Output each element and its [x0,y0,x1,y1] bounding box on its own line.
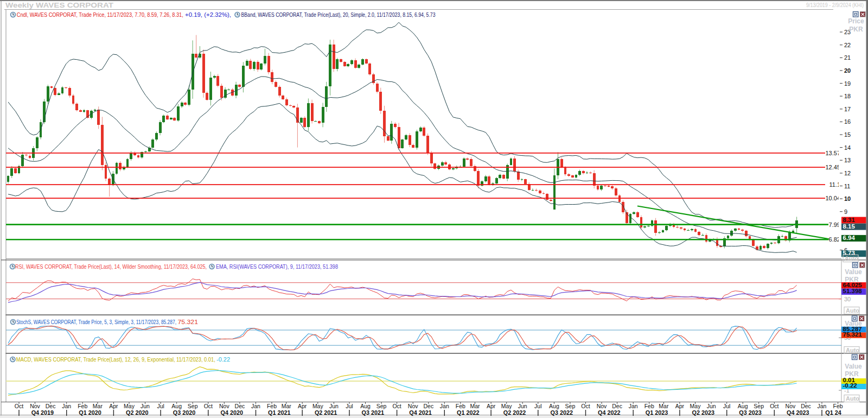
svg-text:18: 18 [844,93,851,99]
svg-text:Auto: Auto [845,255,858,262]
svg-text:14: 14 [844,144,851,151]
svg-text:Value: Value [845,363,862,370]
svg-text:9/13/2019 - 2/9/2024 (KHI): 9/13/2019 - 2/9/2024 (KHI) [806,2,864,8]
svg-text:Q1 2022: Q1 2022 [457,409,479,416]
svg-text:16: 16 [844,118,851,125]
svg-text:Auto: Auto [846,395,859,402]
svg-text:12.45: 12.45 [825,164,840,170]
svg-text:7.99: 7.99 [829,221,840,228]
svg-text:Cndl, WAVES CORPORAT, Trade Pr: Cndl, WAVES CORPORAT, Trade Price, 11/17… [17,11,183,18]
svg-text:RSI, WAVES CORPORAT, Trade Pri: RSI, WAVES CORPORAT, Trade Price(Last), … [15,263,207,270]
svg-text:BBand, WAVES CORPORAT, Trade P: BBand, WAVES CORPORAT, Trade Price(Last)… [241,11,436,18]
svg-text:75.321: 75.321 [178,319,199,325]
svg-text:11.1: 11.1 [829,181,840,188]
svg-text:30: 30 [844,296,851,302]
svg-text:Q2 2023: Q2 2023 [692,409,714,416]
svg-text:9: 9 [844,208,847,215]
svg-text:8.31: 8.31 [843,217,856,223]
svg-text:PKR: PKR [845,276,859,283]
svg-text:StochS, WAVES CORPORAT, Trade: StochS, WAVES CORPORAT, Trade Price, 5, … [16,319,176,325]
svg-text:Q4 2022: Q4 2022 [598,409,620,416]
svg-text:Q2 2020: Q2 2020 [126,409,148,416]
svg-text:Q1 2023: Q1 2023 [646,409,668,416]
svg-text:-0.22: -0.22 [843,382,857,389]
svg-text:Q4 2021: Q4 2021 [409,409,431,416]
svg-text:20: 20 [844,67,851,74]
svg-text:-0.22: -0.22 [216,356,230,363]
svg-text:51.398: 51.398 [843,288,863,294]
svg-text:19: 19 [844,80,851,87]
svg-text:Q4 2019: Q4 2019 [31,409,54,416]
svg-text:Q3 2020: Q3 2020 [173,409,195,416]
svg-text:MACD, WAVES CORPORAT, Trade Pr: MACD, WAVES CORPORAT, Trade Price(Last),… [16,356,215,363]
svg-text:13.57: 13.57 [825,150,840,156]
svg-text:Q2 2022: Q2 2022 [503,409,526,416]
svg-text:Q4 2023: Q4 2023 [787,409,809,416]
svg-text:PKR: PKR [845,370,859,378]
svg-text:12: 12 [844,170,851,176]
svg-text:6.82: 6.82 [829,236,840,243]
svg-text:+0.19, (+2.32%),: +0.19, (+2.32%), [185,11,231,18]
svg-text:Value: Value [845,268,862,276]
svg-text:Weekly WAVES CORPORAT: Weekly WAVES CORPORAT [5,1,113,9]
svg-text:Q1 24: Q1 24 [825,409,841,416]
svg-text:75.321: 75.321 [843,331,863,338]
svg-text:Auto: Auto [846,347,859,353]
svg-text:21: 21 [844,54,851,61]
svg-text:EMA, RSI(WAVES CORPORAT), 9,: EMA, RSI(WAVES CORPORAT), 9, 11/17/2023,… [216,263,338,270]
svg-text:22: 22 [844,42,851,48]
svg-text:Q1 2020: Q1 2020 [79,409,101,416]
svg-text:Auto: Auto [846,307,859,314]
svg-text:Q2 2021: Q2 2021 [315,409,337,416]
svg-text:8.15: 8.15 [843,223,856,230]
svg-text:Q1 2021: Q1 2021 [268,409,290,416]
svg-text:Price: Price [848,17,864,25]
svg-text:Q3 2023: Q3 2023 [739,409,761,416]
svg-text:15: 15 [844,131,851,138]
svg-text:Q4 2020: Q4 2020 [220,409,242,416]
svg-text:17: 17 [844,106,851,112]
svg-text:11: 11 [844,183,850,189]
svg-text:PKR: PKR [849,26,863,33]
svg-text:10: 10 [844,195,851,202]
svg-text:10.04: 10.04 [825,195,840,201]
svg-text:13: 13 [844,157,851,163]
svg-text:6.94: 6.94 [843,235,856,241]
svg-text:Q3 2022: Q3 2022 [550,409,572,416]
svg-text:Q3 2021: Q3 2021 [362,409,384,416]
